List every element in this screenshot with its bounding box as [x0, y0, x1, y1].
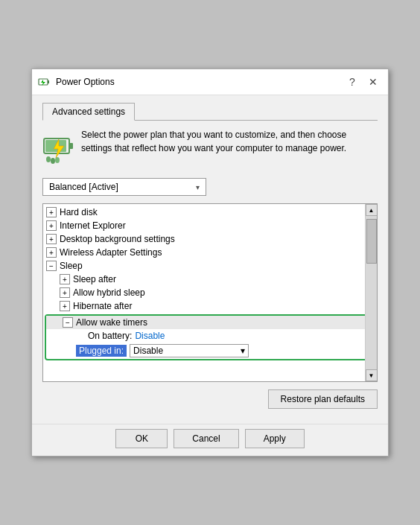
expand-icon: −	[46, 261, 57, 271]
scroll-up-button[interactable]: ▲	[366, 204, 378, 216]
on-battery-value[interactable]: Disable	[135, 331, 165, 341]
description-text: Select the power plan that you want to c…	[81, 128, 378, 155]
svg-rect-4	[69, 143, 73, 149]
item-label: Hibernate after	[73, 301, 132, 311]
list-item[interactable]: + Desktop background settings	[43, 232, 377, 246]
bottom-buttons: OK Cancel Apply	[32, 424, 388, 456]
restore-defaults-button[interactable]: Restore plan defaults	[268, 389, 378, 409]
item-label: Wireless Adapter Settings	[60, 247, 162, 258]
plugged-in-label: Plugged in:	[76, 345, 127, 357]
allow-wake-timers-item[interactable]: − Allow wake timers	[46, 316, 374, 329]
plan-dropdown[interactable]: Balanced [Active] ▾	[42, 178, 206, 196]
svg-point-9	[55, 157, 60, 163]
scrollbar-thumb[interactable]	[366, 219, 377, 264]
plan-dropdown-value: Balanced [Active]	[49, 182, 118, 192]
expand-icon: +	[46, 207, 57, 217]
battery-icon	[42, 128, 81, 169]
item-label: Desktop background settings	[60, 234, 175, 244]
power-options-window: Power Options ? ✕ Advanced settings	[31, 69, 389, 456]
plan-dropdown-row: Balanced [Active] ▾	[42, 178, 378, 196]
close-button[interactable]: ✕	[364, 73, 382, 91]
list-item[interactable]: + Hibernate after	[43, 299, 377, 313]
scrollbar-track[interactable]	[366, 216, 377, 369]
title-bar-controls: ? ✕	[343, 73, 382, 91]
svg-point-8	[51, 158, 55, 164]
svg-point-7	[46, 156, 51, 162]
title-bar: Power Options ? ✕	[32, 69, 388, 95]
window-icon	[38, 75, 51, 89]
apply-button[interactable]: Apply	[245, 429, 305, 448]
expand-icon: −	[63, 317, 73, 328]
expand-icon: +	[46, 220, 57, 231]
on-battery-label: On battery:	[88, 331, 132, 341]
plan-dropdown-arrow: ▾	[196, 183, 200, 191]
list-item[interactable]: + Internet Explorer	[43, 219, 377, 232]
plugged-in-value: Disable	[133, 346, 163, 356]
list-item[interactable]: + Wireless Adapter Settings	[43, 246, 377, 259]
scrollbar[interactable]: ▲ ▼	[365, 204, 377, 381]
expand-icon: +	[60, 274, 70, 284]
settings-list: + Hard disk + Internet Explorer + Deskto…	[43, 204, 377, 363]
expand-icon: +	[60, 287, 70, 298]
item-label: Sleep	[60, 261, 83, 271]
settings-list-container[interactable]: + Hard disk + Internet Explorer + Deskto…	[42, 203, 378, 382]
description-area: Select the power plan that you want to c…	[42, 128, 378, 169]
item-label: Internet Explorer	[60, 220, 126, 231]
item-label: Hard disk	[60, 207, 98, 217]
expand-icon: +	[46, 247, 57, 258]
list-item[interactable]: + Allow hybrid sleep	[43, 286, 377, 299]
expand-icon: +	[60, 301, 70, 311]
expand-icon: +	[46, 234, 57, 244]
ok-button[interactable]: OK	[115, 429, 168, 448]
window-title: Power Options	[56, 77, 343, 87]
dialog-content: Advanced settings Select	[32, 95, 388, 424]
plugged-in-row: Plugged in: Disable ▾	[46, 343, 374, 359]
help-button[interactable]: ?	[343, 73, 361, 91]
cancel-button[interactable]: Cancel	[174, 429, 238, 448]
list-item[interactable]: − Sleep	[43, 259, 377, 273]
item-label: Sleep after	[73, 274, 116, 284]
list-item[interactable]: + Hard disk	[43, 206, 377, 219]
tab-row: Advanced settings	[42, 103, 378, 121]
restore-row: Restore plan defaults	[42, 389, 378, 409]
on-battery-row: On battery: Disable	[46, 329, 374, 343]
plugged-in-arrow: ▾	[241, 346, 245, 356]
advanced-settings-tab[interactable]: Advanced settings	[42, 103, 135, 121]
svg-rect-1	[48, 80, 49, 83]
item-label: Allow hybrid sleep	[73, 287, 145, 298]
item-label: Allow wake timers	[76, 317, 147, 328]
scroll-down-button[interactable]: ▼	[366, 369, 378, 381]
plugged-in-dropdown[interactable]: Disable ▾	[130, 344, 249, 357]
allow-wake-timers-section: − Allow wake timers On battery: Disable …	[45, 314, 375, 360]
list-item[interactable]: + Sleep after	[43, 273, 377, 286]
